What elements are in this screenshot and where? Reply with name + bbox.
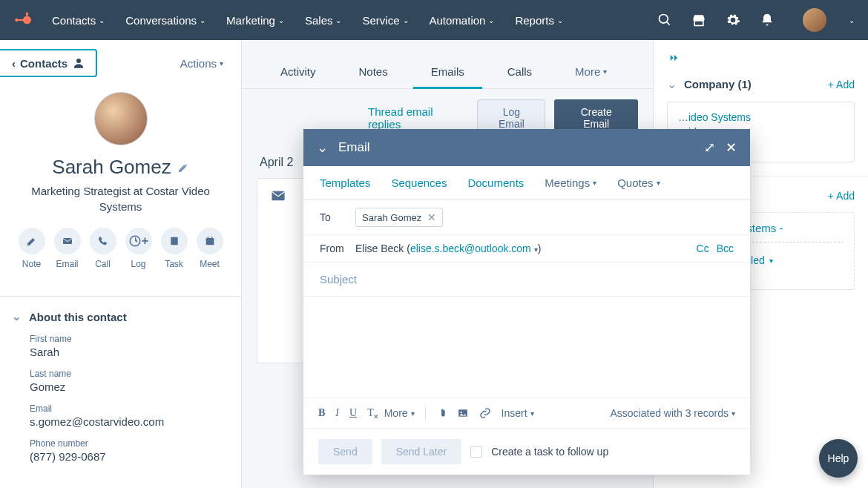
svg-point-8 bbox=[76, 59, 81, 63]
contact-name: Sarah Gomez bbox=[52, 156, 188, 179]
collapse-right-icon[interactable] bbox=[654, 49, 868, 71]
nav-sales[interactable]: Sales⌄ bbox=[305, 14, 342, 27]
tab-calls[interactable]: Calls bbox=[490, 58, 550, 88]
qa-task-button[interactable] bbox=[161, 228, 188, 254]
templates-tab[interactable]: Templates bbox=[320, 177, 370, 189]
gear-icon[interactable] bbox=[726, 13, 740, 27]
qa-call-button[interactable] bbox=[90, 228, 116, 254]
compose-body[interactable] bbox=[303, 297, 750, 398]
link-icon[interactable] bbox=[479, 407, 491, 419]
qa-log-button[interactable]: + bbox=[125, 228, 152, 254]
first-name-value[interactable]: Sarah bbox=[30, 346, 211, 358]
add-company-button[interactable]: + Add bbox=[828, 79, 855, 90]
nav-reports[interactable]: Reports⌄ bbox=[515, 14, 563, 27]
meetings-dropdown[interactable]: Meetings▾ bbox=[545, 177, 596, 189]
sequences-tab[interactable]: Sequences bbox=[391, 177, 447, 189]
associated-records-dropdown[interactable]: Associated with 3 records▾ bbox=[610, 407, 735, 419]
documents-tab[interactable]: Documents bbox=[467, 177, 524, 189]
underline-icon[interactable]: U bbox=[349, 407, 357, 419]
chevron-down-icon: ⌄ bbox=[12, 310, 22, 323]
email-value[interactable]: s.gomez@costarvideo.com bbox=[30, 415, 211, 428]
bcc-button[interactable]: Bcc bbox=[717, 243, 734, 254]
subject-input[interactable]: Subject bbox=[303, 263, 750, 297]
compose-email-panel: ⌄ Email ⤢ ✕ Templates Sequences Document… bbox=[303, 129, 750, 475]
contact-role: Marketing Strategist at Costar Video Sys… bbox=[15, 183, 226, 214]
help-button[interactable]: Help bbox=[819, 439, 858, 478]
user-menu-caret[interactable]: ⌄ bbox=[849, 16, 855, 24]
top-nav: Contacts⌄ Conversations⌄ Marketing⌄ Sale… bbox=[0, 0, 868, 40]
last-name-value[interactable]: Gomez bbox=[30, 380, 211, 393]
svg-rect-9 bbox=[63, 238, 72, 244]
svg-rect-7 bbox=[694, 21, 703, 26]
svg-point-4 bbox=[26, 13, 28, 15]
italic-icon[interactable]: I bbox=[335, 407, 339, 419]
bold-icon[interactable]: B bbox=[318, 407, 325, 419]
from-email-dropdown[interactable]: elise.s.beck@outlook.com ▾ bbox=[410, 243, 538, 254]
svg-rect-15 bbox=[272, 191, 284, 200]
user-avatar[interactable] bbox=[803, 8, 826, 32]
nav-automation[interactable]: Automation⌄ bbox=[430, 14, 495, 27]
email-icon bbox=[271, 191, 287, 202]
close-icon[interactable]: ✕ bbox=[726, 139, 737, 156]
contact-avatar[interactable] bbox=[94, 92, 148, 145]
tab-emails[interactable]: Emails bbox=[413, 58, 482, 88]
send-button[interactable]: Send bbox=[318, 439, 372, 464]
svg-rect-14 bbox=[211, 237, 212, 239]
nav-icons: ⌄ bbox=[657, 8, 855, 32]
toolbar-more-dropdown[interactable]: More▾ bbox=[384, 407, 415, 419]
thread-replies-link[interactable]: Thread email replies bbox=[368, 105, 468, 131]
back-label: Contacts bbox=[20, 57, 68, 70]
qa-note-button[interactable] bbox=[19, 228, 45, 254]
nav-items: Contacts⌄ Conversations⌄ Marketing⌄ Sale… bbox=[52, 14, 657, 27]
actions-dropdown[interactable]: Actions▾ bbox=[180, 57, 223, 70]
back-contacts-button[interactable]: ‹ Contacts bbox=[0, 49, 97, 77]
about-section-header[interactable]: ⌄ About this contact bbox=[0, 297, 241, 334]
nav-service[interactable]: Service⌄ bbox=[362, 14, 408, 27]
marketplace-icon[interactable] bbox=[691, 13, 706, 27]
insert-dropdown[interactable]: Insert▾ bbox=[502, 407, 534, 419]
qa-meet-button[interactable] bbox=[197, 228, 223, 254]
tab-more[interactable]: More▾ bbox=[557, 58, 625, 88]
search-icon[interactable] bbox=[657, 13, 672, 27]
person-icon bbox=[72, 56, 85, 70]
svg-rect-12 bbox=[206, 238, 214, 245]
svg-rect-11 bbox=[171, 237, 177, 245]
nav-marketing[interactable]: Marketing⌄ bbox=[226, 14, 284, 27]
svg-point-2 bbox=[15, 19, 18, 22]
tab-notes[interactable]: Notes bbox=[341, 58, 406, 88]
expand-icon[interactable]: ⤢ bbox=[704, 139, 715, 156]
activity-tabs: Activity Notes Emails Calls More▾ bbox=[242, 40, 653, 89]
company-section-title: Company (1) bbox=[684, 78, 821, 90]
tab-activity[interactable]: Activity bbox=[263, 58, 334, 88]
nav-contacts[interactable]: Contacts⌄ bbox=[52, 14, 105, 27]
send-later-button[interactable]: Send Later bbox=[381, 439, 462, 464]
edit-icon[interactable] bbox=[177, 162, 189, 174]
followup-checkbox[interactable] bbox=[470, 446, 482, 458]
qa-email-button[interactable] bbox=[54, 228, 81, 254]
image-icon[interactable] bbox=[457, 408, 469, 418]
phone-value[interactable]: (877) 929-0687 bbox=[30, 450, 211, 463]
attach-icon[interactable] bbox=[436, 407, 447, 419]
chevron-left-icon: ‹ bbox=[12, 57, 16, 70]
svg-point-17 bbox=[460, 412, 461, 413]
compose-title: Email bbox=[338, 140, 694, 155]
minimize-icon[interactable]: ⌄ bbox=[317, 139, 328, 156]
recipient-chip[interactable]: Sarah Gomez✕ bbox=[355, 208, 443, 227]
svg-rect-13 bbox=[207, 237, 208, 239]
remove-chip-icon[interactable]: ✕ bbox=[427, 211, 436, 223]
svg-point-5 bbox=[660, 15, 668, 24]
svg-line-6 bbox=[667, 22, 670, 25]
left-panel: ‹ Contacts Actions▾ Sarah Gomez Marketin… bbox=[0, 40, 242, 488]
hubspot-logo-icon[interactable] bbox=[13, 10, 33, 30]
nav-conversations[interactable]: Conversations⌄ bbox=[125, 14, 206, 27]
quotes-dropdown[interactable]: Quotes▾ bbox=[617, 177, 660, 189]
chevron-down-icon[interactable]: ⌄ bbox=[667, 77, 677, 91]
quick-actions: Note Email Call +Log Task Meet bbox=[15, 228, 226, 269]
cc-button[interactable]: Cc bbox=[697, 243, 709, 254]
bell-icon[interactable] bbox=[760, 13, 775, 27]
add-deal-button[interactable]: + Add bbox=[828, 190, 855, 202]
clear-format-icon[interactable]: T✕ bbox=[367, 407, 374, 419]
